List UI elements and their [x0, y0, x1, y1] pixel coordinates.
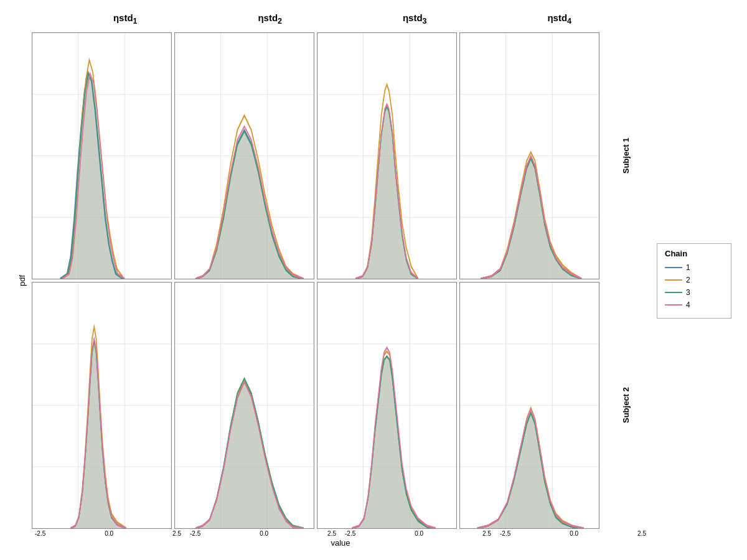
row-2-plots: [31, 281, 601, 530]
svg-marker-29: [355, 105, 418, 279]
x-axis-1: -2.5 0.0 2.5: [32, 530, 184, 537]
x-axis-3: -2.5 0.0 2.5: [342, 530, 494, 537]
svg-marker-59: [195, 381, 303, 528]
x-tick-1-2: 0.0: [105, 530, 113, 537]
chart-container: ηstd1 ηstd2 ηstd3 ηstd4 pdf: [16, 12, 731, 548]
x-axis-area: -2.5 0.0 2.5 -2.5 0.0 2.5 -2.5 0.0 2.5: [31, 530, 731, 537]
col-label-2: ηstd2: [198, 12, 343, 31]
x-axis-label: value: [31, 538, 651, 548]
x-tick-1-3: 2.5: [172, 530, 181, 537]
svg-marker-79: [477, 413, 584, 528]
x-tick-2-1: -2.5: [190, 530, 200, 537]
legend-line-2: [665, 279, 682, 281]
svg-marker-19: [195, 129, 303, 279]
y-axis-label: pdf: [16, 31, 28, 530]
legend-item-2: 2: [665, 276, 723, 284]
x-axis-4: -2.5 0.0 2.5: [497, 530, 649, 537]
x-axis-2: -2.5 0.0 2.5: [187, 530, 339, 537]
x-tick-4-2: 0.0: [570, 530, 578, 537]
x-tick-2-2: 0.0: [260, 530, 268, 537]
x-tick-2-3: 2.5: [327, 530, 336, 537]
x-tick-4-3: 2.5: [637, 530, 646, 537]
col-labels-row: ηstd1 ηstd2 ηstd3 ηstd4: [53, 12, 632, 31]
plots-area: Subject 1: [31, 31, 651, 530]
x-tick-3-3: 2.5: [482, 530, 491, 537]
legend-label-1: 1: [686, 263, 690, 272]
svg-marker-9: [60, 70, 123, 279]
plot-r1c3: [317, 32, 457, 279]
legend-label-3: 3: [686, 288, 690, 297]
legend-item-4: 4: [665, 301, 723, 309]
col-label-1: ηstd1: [53, 12, 198, 31]
col-label-3: ηstd3: [342, 12, 487, 31]
row-1: Subject 1: [31, 31, 651, 281]
legend-line-3: [665, 292, 682, 293]
x-tick-1-1: -2.5: [35, 530, 45, 537]
x-tick-3-2: 0.0: [415, 530, 423, 537]
legend-line-4: [665, 304, 682, 306]
legend-label-2: 2: [686, 276, 690, 284]
plot-r1c2: [174, 32, 314, 279]
plot-r2c3: [317, 282, 457, 529]
row-label-1: Subject 1: [601, 31, 651, 281]
plots-and-legend: Subject 1: [31, 31, 731, 530]
plot-r1c4: [459, 32, 599, 279]
plot-r1c1: [32, 32, 172, 279]
x-ticks-2: -2.5 0.0 2.5: [187, 530, 339, 537]
legend-label-4: 4: [686, 301, 690, 309]
legend-title: Chain: [665, 249, 723, 258]
main-area: pdf: [16, 31, 731, 530]
legend-box: Chain 1 2 3 4: [657, 243, 731, 319]
x-tick-3-1: -2.5: [345, 530, 355, 537]
x-ticks-4: -2.5 0.0 2.5: [497, 530, 649, 537]
row-1-plots: [31, 31, 601, 281]
plot-r2c2: [174, 282, 314, 529]
plot-r2c4: [459, 282, 599, 529]
col-label-4: ηstd4: [487, 12, 632, 31]
x-ticks-3: -2.5 0.0 2.5: [342, 530, 494, 537]
plot-r2c1: [32, 282, 172, 529]
legend-item-3: 3: [665, 288, 723, 297]
x-ticks-1: -2.5 0.0 2.5: [32, 530, 184, 537]
legend-panel: Chain 1 2 3 4: [651, 31, 731, 530]
x-tick-4-1: -2.5: [500, 530, 510, 537]
legend-line-1: [665, 267, 682, 268]
row-2: Subject 2: [31, 281, 651, 530]
row-label-2: Subject 2: [601, 281, 651, 530]
legend-item-1: 1: [665, 263, 723, 272]
